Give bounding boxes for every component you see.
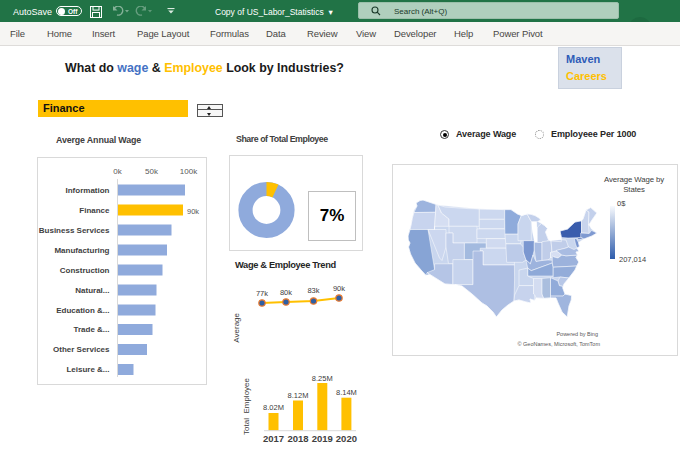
svg-text:8.25M: 8.25M	[312, 374, 333, 383]
svg-text:77k: 77k	[256, 289, 268, 298]
svg-text:Other Services: Other Services	[53, 345, 110, 354]
svg-text:Trade &...: Trade &...	[73, 325, 109, 334]
svg-text:Leisure &...: Leisure &...	[66, 365, 109, 374]
svg-text:2017: 2017	[263, 433, 284, 444]
svg-text:Construction: Construction	[60, 266, 110, 275]
svg-text:Business Services: Business Services	[39, 226, 110, 235]
svg-text:83k: 83k	[307, 286, 319, 295]
svg-text:Information: Information	[66, 186, 110, 195]
svg-text:90k: 90k	[333, 284, 345, 293]
svg-text:2020: 2020	[336, 433, 357, 444]
svg-text:80k: 80k	[280, 288, 292, 297]
svg-text:2019: 2019	[312, 433, 333, 444]
svg-text:2018: 2018	[287, 433, 308, 444]
svg-text:Natural...: Natural...	[75, 286, 109, 295]
svg-text:8.02M: 8.02M	[263, 403, 284, 412]
svg-text:Finance: Finance	[79, 206, 110, 215]
svg-text:90k: 90k	[187, 207, 199, 216]
svg-text:8.12M: 8.12M	[288, 391, 309, 400]
svg-text:Manufacturing: Manufacturing	[54, 246, 109, 255]
svg-text:Education &...: Education &...	[56, 306, 109, 315]
svg-text:100k: 100k	[180, 167, 198, 176]
svg-text:0k: 0k	[113, 167, 122, 176]
svg-text:8.14M: 8.14M	[336, 388, 357, 397]
svg-text:50k: 50k	[145, 167, 159, 176]
